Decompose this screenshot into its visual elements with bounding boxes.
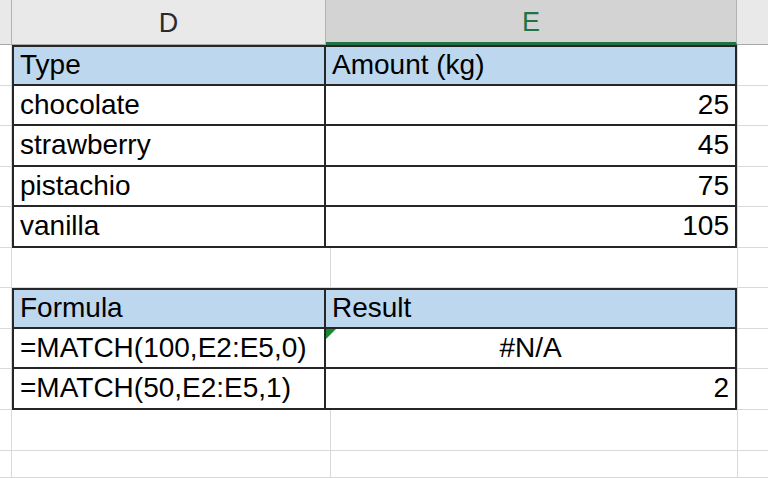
cell-F1-partial[interactable] <box>737 45 768 86</box>
column-header-e[interactable]: E <box>326 0 737 45</box>
sheet-row-1: Type Amount (kg) <box>0 45 768 86</box>
cell-E8-text: #N/A <box>499 332 561 364</box>
error-indicator-icon <box>326 329 336 339</box>
cell-D7[interactable]: Formula <box>12 288 326 329</box>
cell-E6[interactable] <box>331 248 738 289</box>
sheet-row-9: =MATCH(50,E2:E5,1) 2 <box>0 369 768 410</box>
column-header-row: D E <box>0 0 768 45</box>
cell-E9[interactable]: 2 <box>326 369 737 410</box>
sheet-row-5: vanilla 105 <box>0 207 768 248</box>
sheet-row-4: pistachio 75 <box>0 167 768 208</box>
cell-D3[interactable]: strawberry <box>12 126 326 167</box>
cell-E8[interactable]: #N/A <box>326 329 737 370</box>
sheet-row-3: strawberry 45 <box>0 126 768 167</box>
cell-C11-partial[interactable] <box>0 451 12 478</box>
cell-D1[interactable]: Type <box>12 45 326 86</box>
cell-C10-partial[interactable] <box>0 410 12 451</box>
sheet-row-8: =MATCH(100,E2:E5,0) #N/A <box>0 329 768 370</box>
cell-C6-partial[interactable] <box>0 248 12 289</box>
cell-D11[interactable] <box>12 451 331 478</box>
sheet-row-6 <box>0 248 768 289</box>
cell-E5[interactable]: 105 <box>326 207 737 248</box>
cell-E10[interactable] <box>331 410 738 451</box>
cell-C5-partial[interactable] <box>0 207 12 248</box>
cell-F5-partial[interactable] <box>737 207 768 248</box>
cell-D10[interactable] <box>12 410 331 451</box>
column-header-c-partial[interactable] <box>0 0 12 45</box>
cell-C8-partial[interactable] <box>0 329 12 370</box>
cell-C4-partial[interactable] <box>0 167 12 208</box>
spreadsheet: D E Type Amount (kg) chocolate 25 strawb… <box>0 0 768 478</box>
cell-D5[interactable]: vanilla <box>12 207 326 248</box>
sheet-row-10 <box>0 410 768 451</box>
cell-F10-partial[interactable] <box>738 410 768 451</box>
cell-F2-partial[interactable] <box>737 86 768 127</box>
sheet-row-11 <box>0 451 768 478</box>
cell-D2[interactable]: chocolate <box>12 86 326 127</box>
cell-C2-partial[interactable] <box>0 86 12 127</box>
cell-F4-partial[interactable] <box>737 167 768 208</box>
cell-E1[interactable]: Amount (kg) <box>326 45 737 86</box>
cell-C9-partial[interactable] <box>0 369 12 410</box>
cell-E7[interactable]: Result <box>326 288 737 329</box>
cell-D4[interactable]: pistachio <box>12 167 326 208</box>
cell-F3-partial[interactable] <box>737 126 768 167</box>
cell-F7-partial[interactable] <box>737 288 768 329</box>
cell-F6-partial[interactable] <box>738 248 768 289</box>
cell-D9[interactable]: =MATCH(50,E2:E5,1) <box>12 369 326 410</box>
cell-C7-partial[interactable] <box>0 288 12 329</box>
sheet-row-7: Formula Result <box>0 288 768 329</box>
cell-F11-partial[interactable] <box>738 451 768 478</box>
column-header-d[interactable]: D <box>12 0 326 45</box>
cell-C3-partial[interactable] <box>0 126 12 167</box>
cell-C1-partial[interactable] <box>0 45 12 86</box>
cell-F9-partial[interactable] <box>737 369 768 410</box>
cell-E11[interactable] <box>331 451 738 478</box>
cell-E2[interactable]: 25 <box>326 86 737 127</box>
cell-E3[interactable]: 45 <box>326 126 737 167</box>
cell-F8-partial[interactable] <box>737 329 768 370</box>
cell-D6[interactable] <box>12 248 331 289</box>
sheet-row-2: chocolate 25 <box>0 86 768 127</box>
cell-D8[interactable]: =MATCH(100,E2:E5,0) <box>12 329 326 370</box>
column-header-f-partial[interactable] <box>737 0 768 45</box>
cell-E4[interactable]: 75 <box>326 167 737 208</box>
